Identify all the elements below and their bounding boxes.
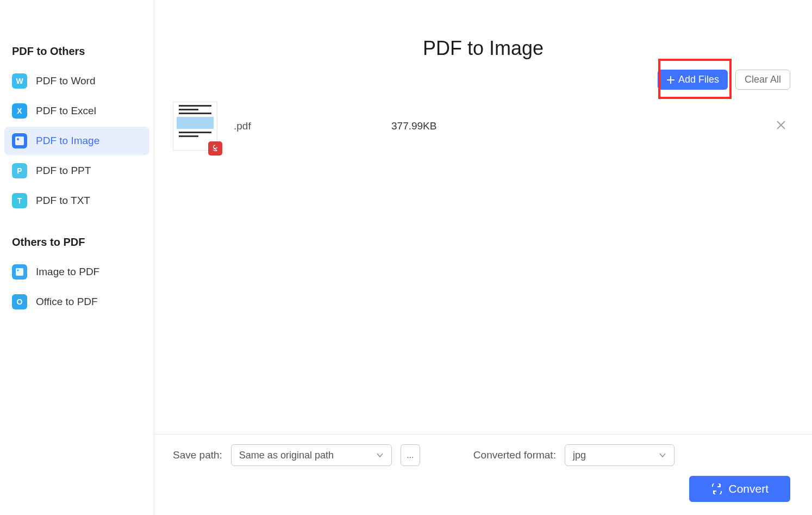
txt-icon: T	[12, 193, 27, 208]
sidebar-item-label: PDF to Excel	[36, 105, 96, 117]
clear-all-button[interactable]: Clear All	[735, 70, 790, 90]
svg-point-7	[17, 138, 19, 140]
sidebar-item-label: PDF to Word	[36, 75, 95, 87]
add-files-button[interactable]: Add Files	[658, 70, 728, 90]
file-size: 377.99KB	[391, 120, 759, 132]
browse-button[interactable]: ...	[401, 444, 420, 466]
sidebar-item-label: PDF to PPT	[36, 165, 91, 177]
sidebar-item-pdf-to-txt[interactable]: T PDF to TXT	[4, 187, 149, 215]
office-icon: O	[12, 294, 27, 309]
svg-rect-6	[15, 136, 24, 145]
sidebar-item-label: Office to PDF	[36, 296, 98, 308]
remove-file-button[interactable]	[775, 119, 790, 133]
footer-action-row: Convert	[173, 476, 790, 502]
sidebar-item-label: Image to PDF	[36, 266, 99, 278]
save-path-value: Same as original path	[239, 450, 334, 461]
sidebar-item-pdf-to-word[interactable]: W PDF to Word	[4, 67, 149, 95]
footer-options-row: Save path: Same as original path ... Con…	[173, 444, 790, 466]
file-name: .pdf	[234, 120, 375, 132]
svg-rect-8	[16, 268, 23, 276]
page-title: PDF to Image	[154, 37, 812, 60]
add-files-label: Add Files	[678, 74, 719, 85]
excel-icon: X	[12, 103, 27, 119]
sidebar: PDF to Others W PDF to Word X PDF to Exc…	[0, 0, 154, 515]
sidebar-item-pdf-to-image[interactable]: PDF to Image	[4, 127, 149, 155]
pdf-badge-icon	[208, 141, 222, 156]
format-value: jpg	[573, 450, 586, 461]
convert-icon	[711, 483, 723, 494]
image-icon	[12, 133, 27, 148]
footer: Save path: Same as original path ... Con…	[154, 434, 812, 515]
file-row: .pdf 377.99KB	[173, 96, 790, 156]
sidebar-item-label: PDF to TXT	[36, 195, 90, 207]
sidebar-item-pdf-to-excel[interactable]: X PDF to Excel	[4, 97, 149, 125]
save-path-label: Save path:	[173, 449, 222, 461]
format-select[interactable]: jpg	[565, 444, 674, 466]
sidebar-section-others-to-pdf: Others to PDF	[4, 232, 149, 256]
main-header: PDF to Image	[154, 0, 812, 60]
save-path-select[interactable]: Same as original path	[231, 444, 392, 466]
convert-label: Convert	[728, 482, 769, 495]
main-panel: PDF to Image Add Files Clear All	[154, 0, 812, 515]
image-to-pdf-icon	[12, 264, 27, 280]
file-list: .pdf 377.99KB	[154, 90, 812, 434]
sidebar-item-image-to-pdf[interactable]: Image to PDF	[4, 258, 149, 286]
sidebar-item-office-to-pdf[interactable]: O Office to PDF	[4, 288, 149, 316]
sidebar-item-pdf-to-ppt[interactable]: P PDF to PPT	[4, 157, 149, 185]
convert-button[interactable]: Convert	[689, 476, 790, 502]
clear-all-label: Clear All	[745, 74, 781, 85]
sidebar-item-label: PDF to Image	[36, 135, 99, 147]
chevron-down-icon	[659, 452, 666, 458]
toolbar: Add Files Clear All	[154, 70, 812, 90]
sidebar-section-pdf-to-others: PDF to Others	[4, 41, 149, 65]
word-icon: W	[12, 73, 27, 89]
file-thumbnail	[173, 102, 217, 151]
chevron-down-icon	[376, 452, 384, 458]
svg-point-9	[17, 270, 19, 271]
format-label: Converted format:	[473, 449, 556, 461]
plus-icon	[666, 76, 675, 84]
ppt-icon: P	[12, 163, 27, 178]
